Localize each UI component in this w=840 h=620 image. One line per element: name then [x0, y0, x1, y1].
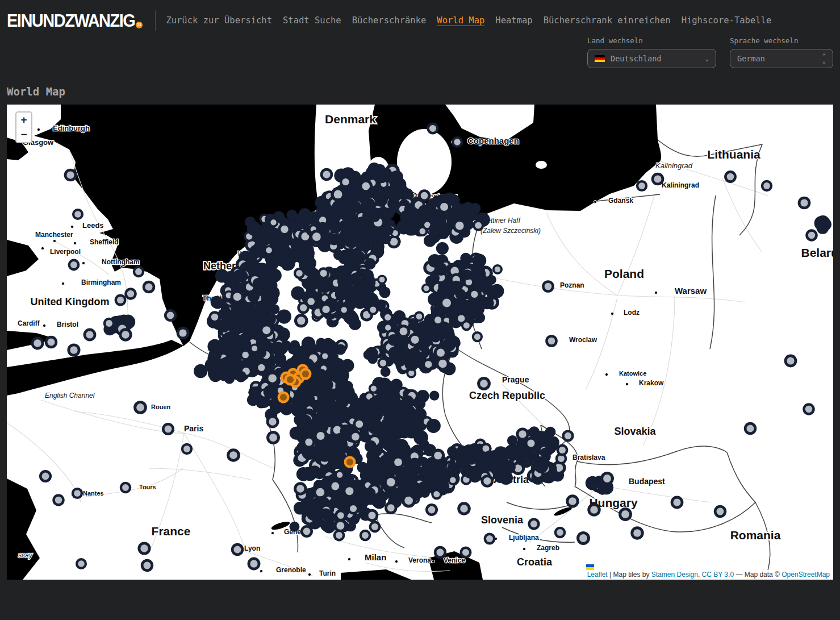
map-marker[interactable] [805, 229, 818, 242]
map-marker[interactable] [141, 559, 153, 572]
map-marker[interactable] [162, 423, 174, 435]
map-marker[interactable] [460, 547, 472, 559]
map-marker[interactable] [587, 503, 600, 516]
map-marker[interactable] [83, 328, 97, 342]
map-marker[interactable] [557, 444, 569, 456]
country-select[interactable]: Deutschland ⌄ [587, 49, 716, 68]
leaflet-link[interactable]: Leaflet [587, 571, 608, 579]
map-marker[interactable] [366, 509, 378, 522]
map-marker[interactable] [248, 557, 261, 571]
map-marker[interactable] [761, 180, 772, 192]
map-marker[interactable] [31, 337, 44, 350]
map-marker[interactable] [542, 280, 554, 293]
map-marker[interactable] [133, 401, 147, 414]
map-marker[interactable] [671, 496, 684, 509]
map-label-country: France [152, 525, 191, 538]
orange-marker[interactable] [278, 392, 290, 403]
map-marker[interactable] [45, 336, 57, 348]
world-map[interactable]: DenmarkLithuaniaBelarusPolandUnited King… [7, 105, 833, 580]
map-marker[interactable] [427, 122, 438, 134]
map-marker[interactable] [798, 197, 811, 210]
map-marker[interactable] [72, 209, 83, 220]
map-marker[interactable] [516, 427, 529, 440]
map-label-country: Croatia [517, 556, 553, 568]
map-marker[interactable] [630, 526, 643, 539]
map-marker[interactable] [744, 422, 757, 435]
map-marker[interactable] [566, 494, 579, 507]
map-marker[interactable] [114, 294, 126, 306]
map-marker[interactable] [562, 430, 574, 442]
map-marker[interactable] [72, 488, 83, 499]
map-marker[interactable] [300, 525, 313, 538]
map-marker[interactable] [231, 543, 244, 556]
map-marker[interactable] [164, 309, 177, 322]
map-marker[interactable] [64, 169, 77, 182]
nav-item-stadt-suche[interactable]: Stadt Suche [283, 15, 341, 26]
map-marker[interactable] [554, 527, 566, 539]
osm-link[interactable]: OpenStreetMap [782, 571, 830, 579]
map-marker[interactable] [68, 259, 80, 271]
map-marker[interactable] [600, 472, 614, 485]
map-label-country: Romania [730, 529, 781, 542]
map-marker[interactable] [576, 531, 590, 545]
map-marker[interactable] [348, 503, 360, 515]
map-marker[interactable] [39, 470, 52, 482]
stamen-link[interactable]: Stamen Design [651, 571, 698, 579]
zoom-out-button[interactable]: − [16, 127, 31, 142]
map-marker[interactable] [137, 542, 151, 555]
map-marker[interactable] [724, 170, 737, 183]
map-marker[interactable] [452, 136, 463, 148]
brand-logo[interactable]: EINUNDZWANZIG 21 [7, 11, 143, 30]
map-canvas[interactable]: DenmarkLithuaniaBelarusPolandUnited King… [7, 105, 833, 580]
map-marker[interactable] [320, 168, 333, 181]
map-marker[interactable] [714, 505, 726, 518]
map-marker[interactable] [227, 448, 240, 462]
map-marker[interactable] [360, 530, 371, 541]
map-marker[interactable] [124, 288, 137, 300]
map-marker[interactable] [333, 530, 345, 542]
map-label-city: Wroclaw [569, 336, 597, 344]
map-marker[interactable] [177, 327, 190, 340]
nav-item-buecherschraenke[interactable]: Bücherschränke [352, 15, 427, 26]
map-marker[interactable] [120, 482, 131, 493]
nav-item-heatmap[interactable]: Heatmap [495, 15, 532, 26]
zoom-in-button[interactable]: + [16, 113, 31, 127]
map-marker[interactable] [67, 343, 80, 356]
map-label-water: Kaliningrad [655, 161, 693, 170]
map-marker[interactable] [266, 415, 279, 428]
map-marker[interactable] [636, 180, 647, 192]
map-marker[interactable] [143, 281, 156, 294]
orange-marker[interactable] [300, 368, 312, 380]
nav-item-uebersicht[interactable]: Zurück zur Übersicht [166, 15, 272, 26]
map-marker[interactable] [457, 502, 470, 515]
map-label-city: Liverpool [50, 248, 81, 256]
map-marker[interactable] [477, 377, 491, 390]
map-marker[interactable] [484, 533, 496, 545]
language-select[interactable]: German ⌃⌄ [730, 49, 833, 68]
orange-marker[interactable] [285, 374, 296, 386]
map-marker[interactable] [119, 328, 132, 341]
cc-license-link[interactable]: CC BY 3.0 [702, 571, 734, 579]
map-marker[interactable] [103, 318, 115, 330]
map-marker[interactable] [369, 521, 381, 533]
map-marker[interactable] [52, 494, 64, 506]
nav-item-highscore[interactable]: Highscore-Tabelle [682, 15, 772, 26]
map-marker[interactable] [181, 443, 193, 455]
map-marker[interactable] [76, 558, 87, 569]
map-label-city: Grenoble [276, 566, 306, 574]
map-marker[interactable] [651, 173, 665, 186]
orange-marker[interactable] [344, 456, 356, 468]
map-marker[interactable] [133, 266, 144, 277]
attribution-text: Map tiles by [613, 571, 651, 579]
map-marker[interactable] [618, 507, 632, 521]
map-marker[interactable] [545, 335, 558, 347]
map-marker[interactable] [425, 504, 438, 516]
map-label-city: Venice [444, 556, 465, 564]
map-marker[interactable] [434, 546, 446, 559]
map-marker[interactable] [266, 431, 280, 444]
nav-item-einreichen[interactable]: Bücherschrank einreichen [544, 15, 671, 26]
map-marker[interactable] [784, 355, 797, 368]
nav-item-world-map[interactable]: World Map [437, 15, 484, 26]
map-marker[interactable] [528, 518, 540, 530]
map-marker[interactable] [803, 403, 814, 415]
